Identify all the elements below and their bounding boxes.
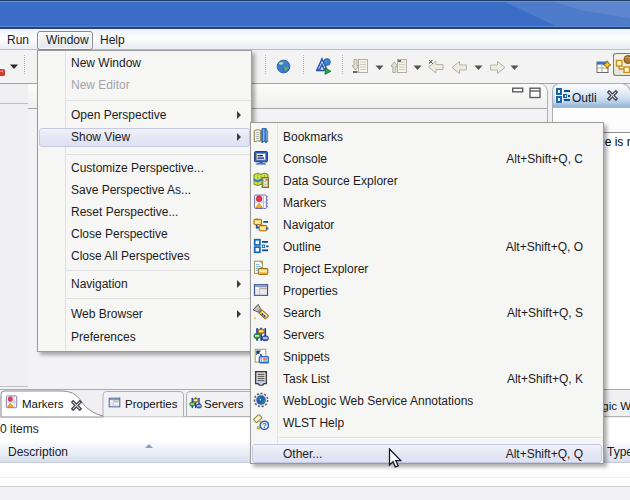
svg-text:?: ? <box>262 421 267 430</box>
